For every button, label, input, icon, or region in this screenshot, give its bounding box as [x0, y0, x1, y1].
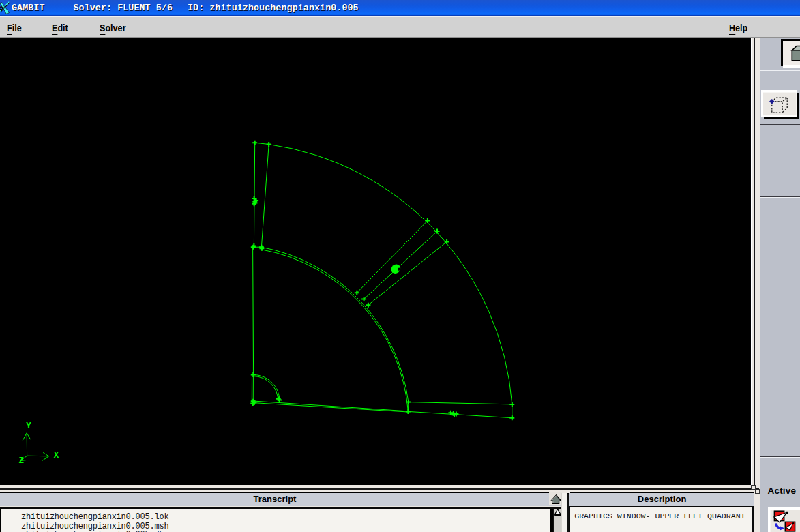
svg-text:Z: Z: [18, 456, 24, 466]
svg-text:Y: Y: [26, 422, 31, 431]
svg-text:X: X: [54, 451, 59, 460]
